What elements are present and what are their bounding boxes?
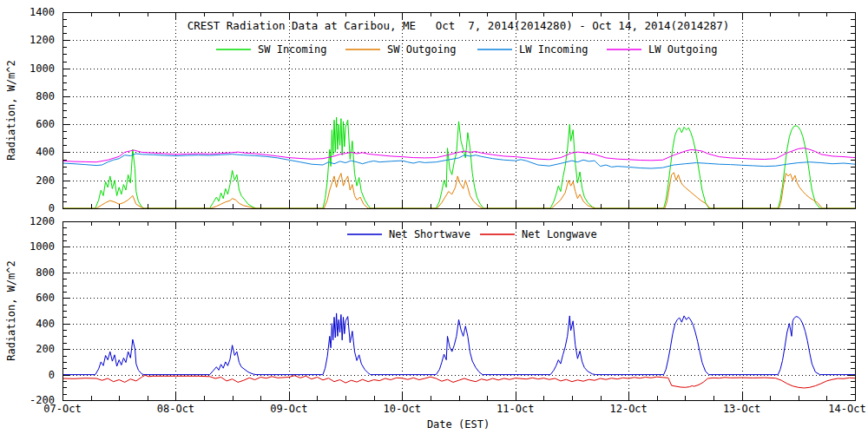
x-tick-label: 08-Oct — [157, 403, 194, 415]
x-tick-label: 13-Oct — [723, 403, 760, 415]
x-axis-label: Date (EST) — [427, 418, 490, 431]
tick-labels: -20002004006008001000120007-Oct08-Oct09-… — [30, 215, 866, 415]
y-axis-label-bottom: Radiation, W/m^2 — [5, 260, 17, 361]
series-lines — [62, 117, 855, 208]
chart-title: CREST Radiation Data at Caribou, ME Oct … — [187, 19, 730, 32]
y-tick-label: 0 — [49, 202, 55, 214]
radiation-chart-page: 0200400600800100012001400-20002004006008… — [0, 0, 868, 434]
y-tick-label: 400 — [36, 146, 55, 158]
legend-bottom-panel: Net Shortwave Net Longwave — [347, 228, 597, 240]
y-tick-label: 600 — [36, 292, 55, 304]
x-tick-label: 14-Oct — [828, 403, 865, 415]
x-tick-label: 10-Oct — [384, 403, 421, 415]
y-tick-label: 1000 — [30, 240, 55, 253]
legend-label-net-longwave: Net Longwave — [522, 228, 597, 240]
x-tick-label: 12-Oct — [609, 403, 647, 415]
x-tick-label: 07-Oct — [43, 403, 81, 415]
series-sw-outgoing — [62, 173, 855, 208]
y-tick-label: 200 — [36, 174, 55, 187]
legend-label-net-shortwave: Net Shortwave — [389, 228, 470, 240]
y-tick-label: 1400 — [30, 6, 55, 18]
legend-top-panel: SW Incoming SW Outgoing LW Incoming LW O… — [216, 43, 717, 56]
y-axis-label-top: Radiation, W/m^2 — [5, 60, 17, 161]
x-tick-label: 11-Oct — [496, 403, 534, 415]
legend-label-lw-outgoing: LW Outgoing — [648, 43, 717, 56]
y-tick-label: 400 — [36, 318, 55, 330]
gridlines — [62, 221, 855, 400]
x-tick-label: 09-Oct — [270, 403, 307, 415]
y-tick-label: 1200 — [30, 34, 55, 46]
top-panel: 0200400600800100012001400 — [30, 6, 855, 214]
series-lw-outgoing — [62, 148, 855, 162]
legend-label-sw-outgoing: SW Outgoing — [387, 43, 456, 56]
tick-labels: 0200400600800100012001400 — [30, 6, 55, 214]
legend-label-lw-incoming: LW Incoming — [519, 43, 588, 56]
legend-label-sw-incoming: SW Incoming — [258, 43, 326, 56]
series-sw-incoming — [62, 117, 855, 208]
series-net-longwave — [62, 375, 855, 388]
y-tick-label: 800 — [36, 266, 55, 279]
y-tick-label: 1200 — [30, 215, 55, 227]
plot-generated-content: 0200400600800100012001400-20002004006008… — [30, 6, 866, 415]
series-lw-incoming — [62, 154, 855, 168]
radiation-chart: 0200400600800100012001400-20002004006008… — [0, 0, 868, 434]
axes-frame-and-ticks — [62, 221, 856, 401]
y-tick-label: 600 — [36, 118, 55, 130]
bottom-panel: -20002004006008001000120007-Oct08-Oct09-… — [30, 215, 866, 415]
y-tick-label: 1000 — [30, 62, 55, 75]
series-net-shortwave — [62, 313, 855, 375]
y-tick-label: 800 — [36, 90, 55, 102]
y-tick-label: 200 — [36, 343, 55, 355]
y-tick-label: 0 — [49, 369, 55, 381]
